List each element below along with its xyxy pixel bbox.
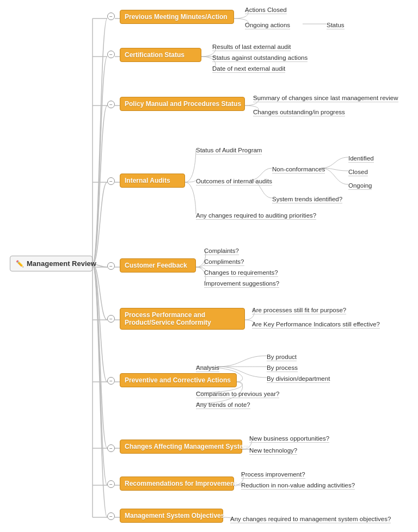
collapse-cert[interactable]: − [107, 51, 115, 58]
leaf-customer-3: Improvement suggestions? [204, 280, 279, 288]
leaf-audits-7: Any changes required to auditing priorit… [196, 212, 316, 220]
leaf-audits-0: Status of Audit Program [196, 147, 262, 154]
leaf-objectives-0: Any changes required to management syste… [230, 516, 391, 523]
leaf-cert-2: Date of next external audit [212, 65, 285, 73]
leaf-customer-0: Complaints? [204, 248, 239, 255]
mindmap-container: ✏️ Management Review Previous Meeting Mi… [0, 0, 418, 532]
leaf-changes-1: New technology? [249, 447, 297, 455]
collapse-objectives[interactable]: − [107, 512, 115, 520]
branch-node-objectives: Management System Objectives [120, 509, 223, 523]
leaf-prev-0: Actions Closed [245, 7, 287, 14]
branch-node-process: Process Performance and Product/Service … [120, 308, 245, 330]
leaf-audits-6: System trends identified? [272, 196, 342, 203]
collapse-process[interactable]: − [107, 315, 115, 323]
leaf-recommendations-1: Reduction in non-value adding activities… [241, 482, 355, 490]
branch-node-audits: Internal Audits [120, 174, 185, 188]
collapse-changes[interactable]: − [107, 444, 115, 452]
collapse-policy[interactable]: − [107, 101, 115, 108]
leaf-preventive-3: By division/department [267, 375, 330, 383]
branch-node-customer: Customer Feedback [120, 258, 196, 273]
root-node: ✏️ Management Review [10, 256, 93, 271]
leaf-prev-2: Status [327, 22, 345, 29]
collapse-audits[interactable]: − [107, 177, 115, 185]
collapse-recommendations[interactable]: − [107, 480, 115, 488]
leaf-cert-1: Status against outstanding actions [212, 54, 308, 62]
leaf-changes-0: New business opportunities? [249, 435, 329, 443]
collapse-preventive[interactable]: − [107, 377, 115, 385]
leaf-audits-1: Outcomes of internal audits [196, 178, 272, 185]
collapse-prev[interactable]: − [107, 13, 115, 20]
branch-node-cert: Certification Status [120, 48, 201, 62]
leaf-preventive-4: Comparison to previous year? [196, 391, 279, 398]
leaf-policy-0: Summary of changes since last management… [253, 95, 398, 102]
leaf-prev-1: Ongoing actions [245, 22, 290, 29]
root-label: Management Review [27, 259, 96, 268]
leaf-cert-0: Results of last external audit [212, 44, 291, 51]
branch-node-prev: Previous Meeting Minutes/Action [120, 10, 234, 24]
leaf-audits-2: Non-conformances [272, 166, 325, 174]
leaf-audits-5: Ongoing [348, 182, 372, 190]
leaf-preventive-1: By product [267, 354, 297, 361]
pencil-icon: ✏️ [16, 260, 24, 268]
leaf-preventive-0: Analysis [196, 364, 219, 372]
leaf-audits-4: Closed [348, 169, 368, 176]
leaf-preventive-2: By process [267, 364, 298, 372]
branch-node-changes: Changes Affecting Management System [120, 440, 242, 454]
leaf-recommendations-0: Process improvement? [241, 471, 305, 479]
branch-node-recommendations: Recommendations for Improvement [120, 477, 234, 491]
branch-node-policy: Policy Manual and Procedures Status [120, 97, 245, 111]
leaf-customer-1: Compliments? [204, 258, 244, 266]
leaf-policy-1: Changes outstanding/in progress [253, 109, 345, 116]
leaf-preventive-5: Any trends of note? [196, 401, 250, 409]
leaf-audits-3: Identified [348, 155, 374, 163]
leaf-process-0: Are processes still fit for purpose? [252, 307, 346, 314]
leaf-customer-2: Changes to requirements? [204, 269, 278, 277]
branch-node-preventive: Preventive and Corrective Actions [120, 373, 237, 387]
collapse-customer[interactable]: − [107, 262, 115, 270]
leaf-process-1: Are Key Performance Indicators still eff… [252, 321, 380, 329]
